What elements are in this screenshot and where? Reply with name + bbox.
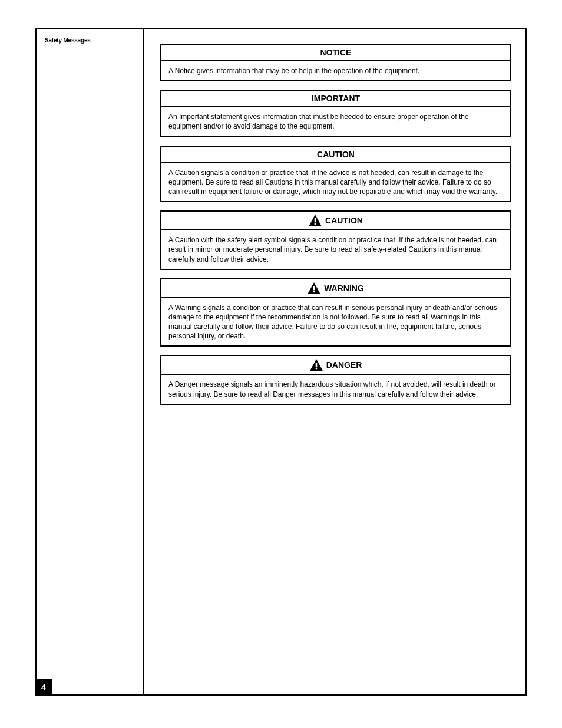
alert-icon	[309, 215, 322, 226]
callout-header: DANGER	[161, 356, 510, 375]
svg-point-3	[313, 291, 315, 292]
callout-important: IMPORTANT An Important statement gives i…	[160, 90, 511, 137]
svg-rect-2	[313, 286, 315, 290]
callout-body: A Notice gives information that may be o…	[161, 61, 510, 80]
callout-body: A Warning signals a condition or practic…	[161, 298, 510, 346]
callout-title: DANGER	[326, 360, 362, 370]
alert-icon	[308, 282, 320, 294]
svg-rect-4	[315, 363, 317, 367]
callout-title: WARNING	[324, 284, 364, 293]
callout-header: CAUTION	[161, 212, 510, 230]
callout-caution: CAUTION A Caution signals a condition or…	[160, 146, 511, 203]
callout-header: WARNING	[161, 279, 510, 298]
alert-icon	[310, 359, 323, 371]
svg-rect-0	[315, 218, 316, 222]
callout-body: A Danger message signals an imminently h…	[161, 375, 510, 403]
callout-body: An Important statement gives information…	[161, 107, 510, 136]
callout-body: A Caution signals a condition or practic…	[161, 163, 510, 202]
svg-point-1	[315, 223, 316, 225]
callout-notice: NOTICE A Notice gives information that m…	[160, 44, 511, 81]
callout-header: IMPORTANT	[161, 91, 510, 107]
callout-header: CAUTION	[161, 147, 510, 163]
callout-danger: DANGER A Danger message signals an immin…	[160, 355, 511, 404]
callout-header: NOTICE	[161, 45, 510, 61]
callout-title: CAUTION	[325, 216, 363, 225]
page-number-text: 4	[41, 683, 46, 692]
callout-caution-alert: CAUTION A Caution with the safety alert …	[160, 210, 511, 270]
callout-column: NOTICE A Notice gives information that m…	[160, 44, 511, 687]
callout-title: CAUTION	[317, 150, 355, 159]
callout-body: A Caution with the safety alert symbol s…	[161, 230, 510, 269]
page-number: 4	[35, 679, 52, 696]
column-divider	[143, 28, 144, 696]
sidebar-heading: Safety Messages	[45, 37, 133, 44]
svg-point-5	[315, 368, 317, 370]
callout-title: IMPORTANT	[312, 94, 360, 103]
callout-warning: WARNING A Warning signals a condition or…	[160, 278, 511, 347]
callout-title: NOTICE	[320, 48, 352, 57]
